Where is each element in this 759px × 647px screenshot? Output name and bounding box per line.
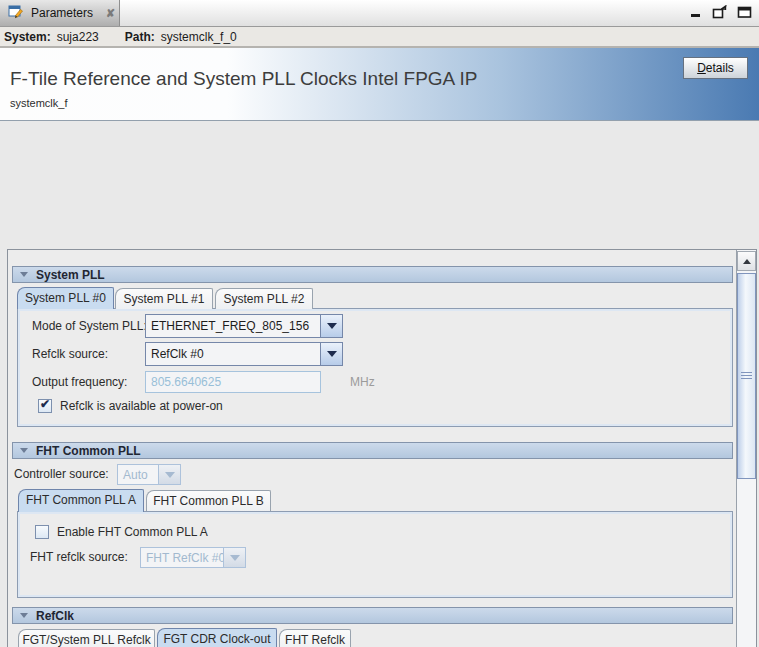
vertical-scrollbar[interactable]	[736, 250, 756, 647]
tab-fht-refclk[interactable]: FHT Refclk	[279, 629, 351, 647]
tab-fgt-system-pll-refclk[interactable]: FGT/System PLL Refclk	[18, 629, 155, 647]
view-tab-bar: Parameters ✘	[0, 0, 759, 27]
collapse-triangle-icon	[20, 448, 28, 453]
controller-source-select: Auto	[117, 464, 181, 485]
section-header-refclk[interactable]: RefClk	[12, 607, 733, 624]
window-buttons	[688, 5, 753, 19]
scroll-up-icon[interactable]	[737, 251, 756, 271]
close-icon[interactable]: ✘	[106, 7, 115, 20]
controller-source-selected-value: Auto	[118, 465, 158, 484]
system-pll-0-panel	[17, 308, 733, 427]
parameters-icon	[8, 3, 24, 23]
path-value: systemclk_f_0	[161, 30, 237, 44]
tab-system-pll-2[interactable]: System PLL #2	[215, 288, 313, 309]
tab-system-pll-0[interactable]: System PLL #0	[17, 287, 114, 309]
parameters-view-tab[interactable]: Parameters ✘	[0, 0, 120, 26]
thumb-grip	[741, 372, 752, 380]
section-title: RefClk	[36, 609, 74, 623]
page-title: F-Tile Reference and System PLL Clocks I…	[10, 68, 477, 90]
section-title: System PLL	[36, 268, 105, 282]
view-tab-label: Parameters	[31, 6, 93, 20]
tab-fgt-cdr-clock-out[interactable]: FGT CDR Clock-out	[157, 628, 277, 647]
system-label: System:	[4, 30, 51, 44]
section-title: FHT Common PLL	[36, 444, 141, 458]
parameter-editor-window: Parameters ✘ System: suja223	[0, 0, 759, 647]
section-header-system-pll[interactable]: System PLL	[12, 266, 733, 283]
details-button[interactable]: Details	[683, 57, 748, 79]
path-label: Path:	[125, 30, 155, 44]
dropdown-arrow-icon	[158, 465, 180, 484]
ip-banner: F-Tile Reference and System PLL Clocks I…	[0, 48, 759, 121]
section-header-fht-common-pll[interactable]: FHT Common PLL	[12, 442, 733, 459]
collapse-triangle-icon	[20, 613, 28, 618]
fht-common-pll-a-panel	[17, 511, 733, 598]
scroll-pane: System PLL System PLL #0 System PLL #1 S…	[7, 249, 757, 647]
parameters-viewport: System PLL System PLL #0 System PLL #1 S…	[8, 250, 736, 647]
content-area: System PLL System PLL #0 System PLL #1 S…	[0, 121, 759, 647]
restore-icon[interactable]	[712, 5, 728, 19]
controller-source-label: Controller source:	[14, 464, 109, 485]
maximize-icon[interactable]	[737, 5, 753, 19]
minimize-icon[interactable]	[688, 5, 703, 19]
scrollbar-thumb[interactable]	[737, 273, 756, 479]
tab-fht-common-pll-a[interactable]: FHT Common PLL A	[18, 489, 144, 512]
instance-name: systemclk_f	[10, 97, 67, 109]
system-value: suja223	[57, 30, 99, 44]
collapse-triangle-icon	[20, 272, 28, 277]
info-bar: System: suja223 Path: systemclk_f_0	[0, 27, 759, 46]
tab-system-pll-1[interactable]: System PLL #1	[115, 288, 213, 309]
tab-fht-common-pll-b[interactable]: FHT Common PLL B	[146, 490, 271, 511]
